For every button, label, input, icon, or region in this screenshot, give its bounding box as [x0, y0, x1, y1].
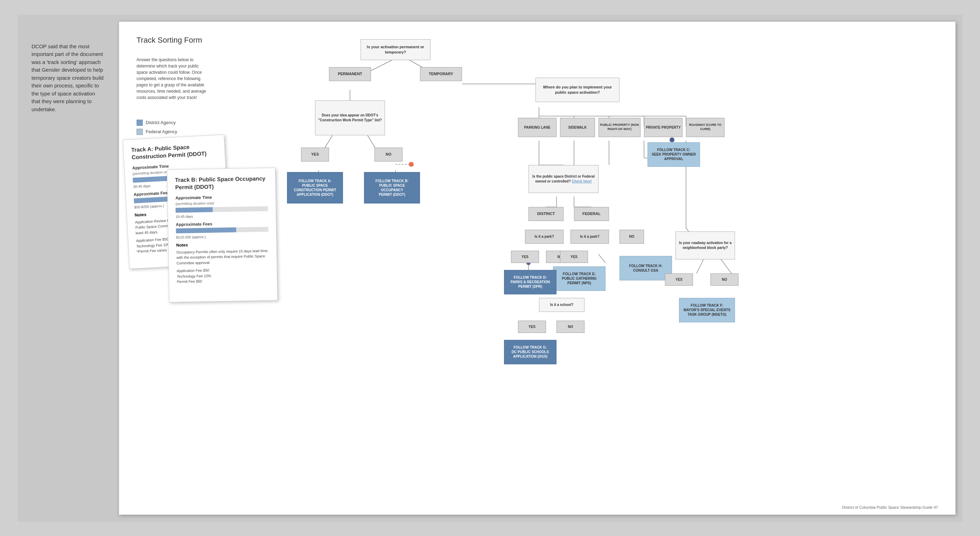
yes-federal-park-box: YES — [560, 251, 588, 263]
is-park-district-box: Is it a park? — [525, 230, 563, 244]
sidebar-description: DCOP said that the most important part o… — [18, 15, 116, 114]
idea-question: Does your idea appear on DDOT's "Constru… — [315, 100, 385, 135]
track-f-box: FOLLOW TRACK F: MAYOR'S SPECIAL EVENTS T… — [679, 298, 735, 322]
track-h-box: FOLLOW TRACK H: CONSULT GSA — [619, 256, 672, 281]
svg-line-45 — [697, 259, 703, 273]
card-b-time-bar — [176, 206, 268, 212]
doc-instructions: Answer the questions below to determine … — [137, 57, 210, 101]
district-owned-question: Is the public space District or Federal … — [528, 165, 598, 193]
track-a-box: FOLLOW TRACK A: PUBLIC SPACE CONSTRUCTIO… — [287, 172, 343, 203]
card-b-title: Track B: Public Space Occupancy Permit (… — [175, 175, 268, 191]
block-party-question: Is your roadway activation for a neighbo… — [676, 232, 735, 259]
legend-federal: Federal Agency — [137, 128, 177, 135]
permanent-box: PERMANENT — [329, 67, 371, 81]
svg-line-42 — [598, 254, 606, 263]
flowchart: Is your activation permanent or temporar… — [224, 32, 956, 515]
card-b-time-sub: (permitting duration only) — [175, 200, 268, 206]
no-federal-park-box: NO — [619, 230, 644, 244]
card-b-notes-1: Occupancy Permits often only require 15 … — [177, 248, 269, 266]
where-question: Where do you plan to implement your publ… — [536, 78, 619, 102]
main-document: Track Sorting Form Answer the questions … — [119, 22, 956, 515]
card-b-time-value: 15-45 days — [176, 213, 268, 219]
temporary-box: TEMPORARY — [420, 67, 462, 81]
sidewalk-box: SIDEWALK — [560, 118, 595, 137]
yes-district-park-box: YES — [511, 251, 539, 263]
card-b-time-bar-fill — [176, 207, 213, 212]
svg-point-25 — [670, 137, 675, 142]
yes-box: YES — [301, 147, 329, 162]
district-color-box — [137, 120, 143, 126]
legend: District Agency Federal Agency — [137, 120, 177, 138]
card-b: Track B: Public Space Occupancy Permit (… — [167, 168, 278, 302]
doc-footer: District of Columbia Public Space Stewar… — [842, 505, 938, 509]
federal-box: FEDERAL — [574, 207, 609, 221]
card-b-fee-label: Approximate Fees — [176, 220, 268, 227]
start-question: Is your activation permanent or temporar… — [361, 39, 431, 60]
private-property-box: PRIVATE PROPERTY — [644, 118, 682, 137]
card-b-notes-title: Notes — [176, 241, 269, 247]
federal-label: Federal Agency — [146, 129, 177, 134]
track-b-box: FOLLOW TRACK B: PUBLIC SPACE OCCUPANCY P… — [364, 172, 420, 203]
legend-district: District Agency — [137, 120, 177, 126]
card-b-fee-bar-fill — [176, 227, 236, 233]
parking-lane-box: PARKING LANE — [518, 118, 557, 137]
svg-line-46 — [721, 259, 732, 273]
svg-point-16 — [409, 162, 414, 167]
no-box: NO — [374, 147, 402, 162]
card-b-fee-value: $110-200 (approx.) — [176, 233, 269, 239]
card-b-time-label: Approximate Time — [175, 194, 268, 200]
district-box: DISTRICT — [528, 207, 563, 221]
federal-color-box — [137, 128, 143, 135]
track-g-box: FOLLOW TRACK G: DC PUBLIC SCHOOLS APPLIC… — [504, 340, 557, 364]
yes-school-box: YES — [518, 320, 546, 333]
roadway-box: ROADWAY (CURB TO CURB) — [686, 118, 724, 137]
track-c-box: FOLLOW TRACK C: SEEK PROPERTY OWNER APPR… — [648, 142, 700, 167]
district-label: District Agency — [146, 120, 176, 125]
yes-block-box: YES — [665, 273, 693, 285]
no-school-box: NO — [557, 320, 584, 333]
card-b-notes-2: Application Fee $50 Technology Fee 10% P… — [177, 266, 269, 285]
track-d-box: FOLLOW TRACK D: PARKS & RECREATION PERMI… — [504, 270, 557, 294]
no-block-box: NO — [711, 273, 738, 285]
card-b-fee-bar — [176, 227, 269, 233]
is-school-box: Is it a school? — [539, 298, 584, 312]
public-property-box: PUBLIC PROPERTY (NON RIGHT-OF-WAY) — [598, 118, 641, 137]
is-park-federal-box: Is it a park? — [571, 230, 609, 244]
track-e-box: FOLLOW TRACK E: PUBLIC GATHERING PERMIT … — [553, 266, 606, 291]
card-a-title: Track A: Public Space Construction Permi… — [131, 142, 217, 161]
